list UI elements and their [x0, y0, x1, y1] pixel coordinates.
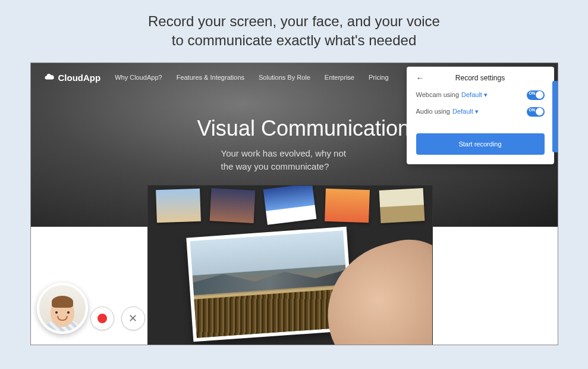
webcam-row: Webcam using Default ▾ ON: [416, 90, 545, 100]
start-recording-button[interactable]: Start recording: [416, 133, 545, 155]
hero-subtitle: Your work has evolved, why not the way y…: [221, 147, 346, 173]
record-settings-panel: ← Record settings Webcam using Default ▾…: [407, 67, 554, 164]
webcam-preview[interactable]: [37, 283, 88, 334]
toggle-on-label: ON: [529, 108, 536, 112]
panel-title: Record settings: [455, 74, 505, 82]
cancel-button[interactable]: ✕: [121, 307, 145, 330]
nav-link-solutions[interactable]: Solutions By Role: [259, 74, 310, 81]
side-tab[interactable]: [552, 81, 558, 152]
photo-thumb: [325, 189, 370, 223]
audio-source-select[interactable]: Default ▾: [452, 108, 479, 115]
nav-link-features[interactable]: Features & Integrations: [177, 74, 244, 81]
record-button[interactable]: [90, 307, 114, 330]
screen-recording-frame: CloudApp Why CloudApp? Features & Integr…: [30, 62, 558, 345]
audio-label: Audio using: [416, 108, 451, 115]
photo-thumb: [210, 188, 256, 223]
photo-thumb: [156, 189, 201, 223]
webcam-label: Webcam using: [416, 91, 460, 98]
brand-logo[interactable]: CloudApp: [44, 71, 101, 84]
cloud-icon: [44, 71, 55, 84]
audio-row: Audio using Default ▾ ON: [416, 107, 545, 117]
photo-thumb: [379, 188, 425, 223]
nav-link-why[interactable]: Why CloudApp?: [115, 74, 162, 81]
hero-subtitle-line-1: Your work has evolved, why not: [221, 147, 346, 160]
toggle-on-label: ON: [529, 91, 536, 95]
webcam-source-select[interactable]: Default ▾: [461, 91, 488, 99]
close-icon: ✕: [128, 313, 137, 324]
webcam-toggle[interactable]: ON: [527, 90, 545, 100]
nav-link-pricing[interactable]: Pricing: [369, 74, 389, 81]
hero-subtitle-line-2: the way you communicate?: [221, 160, 346, 173]
record-icon: [98, 314, 107, 323]
hero-image: [147, 185, 433, 345]
headline-line-2: to communicate exactly what's needed: [24, 31, 564, 50]
back-arrow-icon[interactable]: ←: [416, 73, 425, 83]
photo-thumb: [263, 185, 317, 225]
audio-toggle[interactable]: ON: [527, 107, 545, 117]
hero-title: Visual Communication: [197, 116, 410, 141]
headline-line-1: Record your screen, your face, and your …: [24, 12, 564, 31]
nav-link-enterprise[interactable]: Enterprise: [325, 74, 354, 81]
marketing-headline: Record your screen, your face, and your …: [24, 12, 564, 51]
brand-name: CloudApp: [58, 73, 101, 83]
